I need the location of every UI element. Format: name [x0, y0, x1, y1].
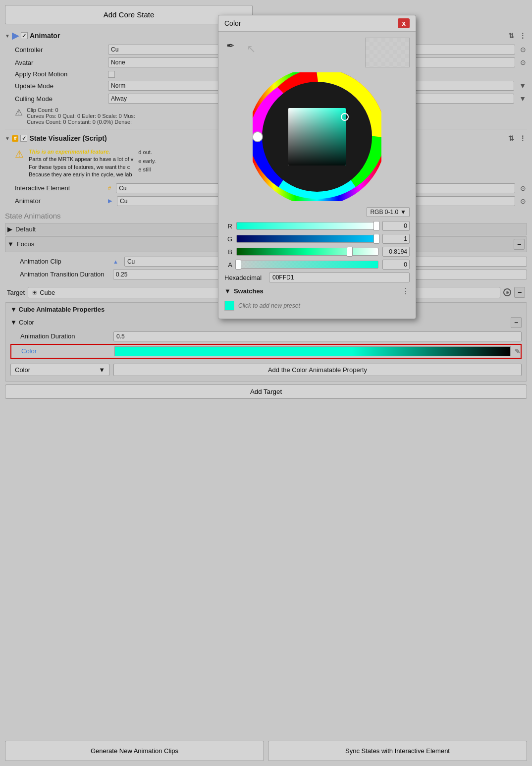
warning-line-3: Because they are early in the cycle, we … — [29, 171, 133, 178]
animation-duration-value[interactable]: 0.5 — [113, 331, 522, 341]
a-slider-label: A — [224, 261, 232, 269]
warning-line-1: Parts of the MRTK appear to have a lot o… — [29, 156, 133, 163]
target-minus-btn[interactable]: − — [514, 287, 525, 298]
clip-info-icon: ⚠ — [15, 107, 23, 118]
color-picker-dialog: Color x ✒ ↖ — [218, 15, 416, 319]
color-dropdown-value: Color — [15, 366, 30, 374]
sv-animator-target-icon[interactable]: ⊙ — [519, 196, 527, 206]
r-slider-thumb[interactable] — [373, 221, 379, 231]
add-core-state-button[interactable]: Add Core State — [5, 5, 253, 24]
culling-mode-dropdown-icon[interactable]: ▼ — [518, 94, 527, 104]
hex-input[interactable] — [269, 273, 410, 282]
picker-top: ✒ ↖ — [224, 38, 410, 67]
swatches-menu-icon[interactable]: ⋮ — [402, 286, 410, 296]
controller-label: Controller — [15, 46, 104, 54]
focus-triangle: ▼ — [7, 240, 14, 248]
r-slider-row: R 0 — [224, 221, 410, 231]
focus-label: Focus — [17, 240, 34, 248]
a-slider-thumb[interactable] — [235, 260, 241, 270]
controller-target-icon[interactable]: ⊙ — [519, 45, 527, 55]
swatches-header: ▼ Swatches ⋮ — [224, 286, 410, 296]
animator-label: Animator — [30, 32, 60, 40]
a-slider-value[interactable]: 0 — [382, 260, 410, 270]
color-minus-btn[interactable]: − — [511, 317, 522, 328]
a-slider-track[interactable] — [236, 261, 378, 269]
svg-point-5 — [253, 132, 263, 142]
eyedropper-button[interactable]: ✒ — [224, 38, 237, 54]
warning-suffix-2: e early. — [138, 157, 156, 166]
dialog-close-button[interactable]: x — [398, 18, 410, 28]
sv-animator-icon: ▶ — [108, 198, 112, 204]
swatches-triangle: ▼ — [224, 287, 231, 295]
experimental-feature-label: This is an experimental feature. — [29, 148, 133, 156]
color-type-dropdown[interactable]: Color ▼ — [10, 364, 109, 376]
color-picker-body: ✒ ↖ — [218, 32, 416, 319]
animation-duration-label: Animation Duration — [20, 332, 109, 340]
color-preview-bar[interactable] — [114, 346, 511, 356]
animator-collapse-icon[interactable]: ▼ — [5, 33, 10, 39]
target-select-circle[interactable]: ⊙ — [503, 288, 511, 296]
r-slider-value[interactable]: 0 — [382, 221, 410, 231]
swatch-add-label[interactable]: Click to add new preset — [238, 302, 300, 309]
sv-animator-label: Animator — [15, 197, 104, 205]
sv-menu-icon[interactable]: ⋮ — [518, 133, 527, 143]
apply-root-motion-checkbox[interactable] — [108, 71, 115, 78]
ie-target-icon[interactable]: ⊙ — [519, 183, 527, 193]
sv-enabled-checkbox[interactable] — [20, 135, 27, 142]
g-slider-value[interactable]: 1 — [382, 234, 410, 244]
b-slider-track[interactable] — [236, 248, 378, 256]
animator-enabled-checkbox[interactable] — [21, 32, 28, 39]
cube-icon: ⊞ — [32, 289, 37, 296]
sync-states-button[interactable]: Sync States with Interactive Element — [268, 741, 527, 761]
swatch-preview-square[interactable] — [224, 301, 234, 311]
focus-minus-btn[interactable]: − — [514, 239, 525, 250]
add-property-row: Color ▼ Add the Color Animatable Propert… — [10, 362, 522, 378]
g-slider-thumb[interactable] — [373, 234, 379, 244]
warning-text: This is an experimental feature. Parts o… — [29, 148, 133, 179]
a-slider-row: A 0 — [224, 260, 410, 270]
warning-suffix-1: d out. — [138, 148, 156, 157]
dropdown-arrow-icon: ▼ — [99, 366, 105, 374]
animator-menu-icon[interactable]: ⋮ — [518, 31, 527, 41]
color-picker-icon[interactable]: ✎ — [515, 347, 521, 355]
b-slider-thumb[interactable] — [347, 247, 353, 257]
color-triangle: ▼ — [10, 319, 17, 326]
animation-clip-label: Animation Clip — [20, 258, 109, 265]
swatches-section: ▼ Swatches ⋮ Click to add new preset — [224, 286, 410, 313]
g-slider-track[interactable] — [236, 235, 378, 243]
anim-clip-icon: ▲ — [113, 259, 118, 265]
color-wheel[interactable] — [253, 72, 381, 201]
default-triangle: ▶ — [7, 225, 12, 233]
sv-label: State Visualizer (Script) — [29, 134, 106, 142]
animator-arrow-icon: ▶ — [12, 30, 19, 41]
bottom-buttons: Generate New Animation Clips Sync States… — [5, 741, 527, 761]
r-slider-track[interactable] — [236, 222, 378, 230]
sv-collapse-icon[interactable]: ▼ — [5, 136, 10, 141]
b-slider-value[interactable]: 0.8194 — [382, 247, 410, 257]
clip-count: Clip Count: 0 — [27, 107, 135, 113]
cube-anim-label: Cube Animatable Properties — [19, 306, 105, 313]
color-swatch-preview — [365, 38, 410, 67]
target-value: Cube — [40, 289, 55, 296]
warning-icon: ⚠ — [15, 148, 24, 160]
rgb-mode-row: RGB 0-1.0 ▼ — [224, 207, 410, 217]
color-field-row: Color ✎ — [10, 344, 522, 359]
g-slider-label: G — [224, 235, 232, 243]
curves-pos: Curves Pos: 0 Quat: 0 Euler: 0 Scale: 0 … — [27, 113, 135, 119]
rgb-mode-label: RGB 0-1.0 — [370, 209, 398, 216]
b-slider-label: B — [224, 248, 232, 256]
color-section: ▼ Color − Animation Duration 0.5 Color ✎ — [10, 315, 522, 362]
avatar-target-icon[interactable]: ⊙ — [519, 57, 527, 67]
add-color-property-button[interactable]: Add the Color Animatable Property — [113, 364, 522, 376]
rgb-mode-arrow: ▼ — [400, 209, 406, 216]
animator-settings-icon[interactable]: ⇅ — [507, 31, 515, 41]
sv-settings-icon[interactable]: ⇅ — [507, 133, 515, 143]
update-mode-dropdown-icon[interactable]: ▼ — [518, 81, 527, 91]
rgb-mode-select[interactable]: RGB 0-1.0 ▼ — [367, 207, 410, 217]
add-target-button[interactable]: Add Target — [5, 384, 527, 399]
cursor-area: ↖ — [247, 38, 256, 55]
generate-clips-button[interactable]: Generate New Animation Clips — [5, 741, 264, 761]
curves-count: Curves Count: 0 Constant: 0 (0.0%) Dense… — [27, 119, 135, 125]
hex-label: Hexadecimal — [224, 274, 264, 281]
color-section-label: Color — [19, 319, 34, 326]
